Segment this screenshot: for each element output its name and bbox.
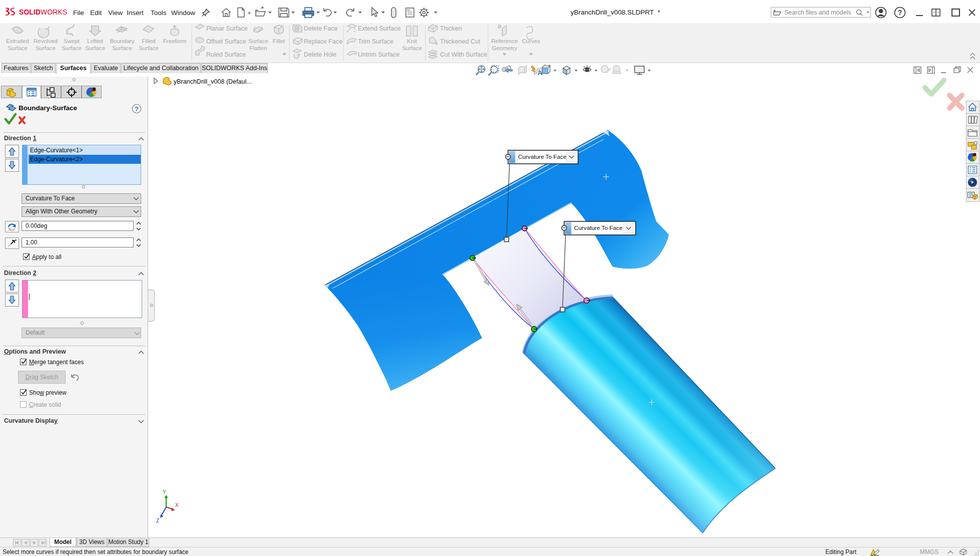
svg-text:Surface: Surface — [112, 45, 132, 51]
svg-text:Geometry: Geometry — [492, 45, 518, 51]
svg-text:Swept: Swept — [64, 38, 80, 44]
svg-text:Revolved: Revolved — [34, 38, 58, 44]
svg-text:X: X — [175, 502, 179, 508]
svg-text:Extruded: Extruded — [6, 38, 29, 44]
svg-text:Lofted: Lofted — [87, 38, 103, 44]
svg-text:Ruled Surface: Ruled Surface — [206, 51, 246, 58]
svg-text:Flatten: Flatten — [249, 45, 267, 51]
svg-text:Curvature To Face: Curvature To Face — [574, 224, 623, 231]
svg-text:Replace Face: Replace Face — [304, 38, 342, 45]
svg-text:Filled: Filled — [142, 38, 155, 44]
svg-text:Extend Surface: Extend Surface — [358, 25, 401, 32]
svg-text:Reference: Reference — [491, 38, 518, 44]
svg-text:SOLIDWORKS: SOLIDWORKS — [19, 9, 67, 16]
svg-text:?: ? — [135, 105, 139, 113]
svg-text:Surface: Surface — [248, 38, 268, 44]
svg-text:Surface: Surface — [8, 45, 28, 51]
svg-text:Surface: Surface — [62, 45, 82, 51]
svg-text:Knit: Knit — [407, 38, 417, 44]
svg-text:?: ? — [898, 9, 902, 17]
svg-text:Untrim Surface: Untrim Surface — [358, 51, 399, 58]
svg-text:Delete Face: Delete Face — [304, 25, 337, 32]
svg-text:Offset Surface: Offset Surface — [206, 38, 246, 45]
svg-text:Trim Surface: Trim Surface — [358, 38, 393, 45]
svg-text:Thickened Cut: Thickened Cut — [440, 38, 480, 45]
svg-text:Surface: Surface — [36, 45, 56, 51]
svg-text:Y: Y — [163, 489, 166, 495]
svg-text:Surface: Surface — [402, 45, 422, 51]
svg-text:Curvature To Face: Curvature To Face — [518, 153, 567, 160]
svg-text:Cut With Surface: Cut With Surface — [440, 51, 487, 58]
svg-text:Surface: Surface — [85, 45, 105, 51]
svg-text:Fillet: Fillet — [273, 38, 285, 44]
svg-text:Delete Hole: Delete Hole — [304, 51, 336, 58]
svg-text:Z: Z — [156, 518, 159, 523]
svg-text:Surface: Surface — [139, 45, 159, 51]
svg-text:Thicken: Thicken — [440, 25, 462, 32]
svg-text:yBranchDrill_v008 (Defaul...: yBranchDrill_v008 (Defaul... — [174, 78, 252, 85]
svg-text:Freeform: Freeform — [163, 38, 187, 44]
svg-text:Curves: Curves — [522, 38, 541, 44]
svg-text:Planar Surface: Planar Surface — [206, 25, 248, 32]
svg-text:Boundary: Boundary — [110, 38, 134, 44]
